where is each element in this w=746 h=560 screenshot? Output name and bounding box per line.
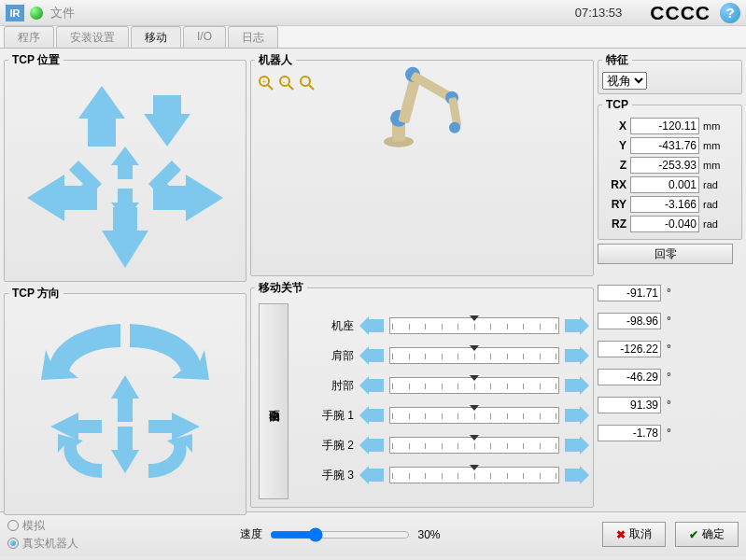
- joint-4-slider[interactable]: [389, 437, 559, 454]
- cancel-button[interactable]: ✖取消: [602, 522, 666, 547]
- speed-slider[interactable]: [270, 527, 410, 542]
- feature-title: 特征: [602, 52, 632, 68]
- speed-label: 速度: [240, 526, 262, 542]
- joint-5-plus-icon[interactable]: [565, 466, 589, 484]
- robot-3d-view[interactable]: [357, 30, 487, 163]
- tcp-RZ-input[interactable]: [630, 216, 699, 232]
- joint-1-slider[interactable]: [389, 347, 559, 364]
- tcp-X-unit: mm: [703, 120, 720, 132]
- real-radio[interactable]: 真实机器人: [7, 536, 78, 552]
- joint-0-label: 机座: [307, 318, 354, 334]
- tcp-RZ-unit: rad: [703, 218, 718, 230]
- cancel-icon: ✖: [616, 528, 626, 541]
- robot-view-title: 机器人: [255, 52, 296, 68]
- tab-io[interactable]: I/O: [183, 26, 226, 48]
- freedrive-button[interactable]: 自由驱动: [259, 303, 289, 499]
- joint-5-slider[interactable]: [389, 467, 559, 483]
- tcp-direction-panel: TCP 方向: [4, 286, 246, 515]
- rotate-lower-right-icon[interactable]: [148, 434, 192, 478]
- tcp-Z-input[interactable]: [630, 157, 699, 174]
- tcp-RX-input[interactable]: [630, 176, 699, 193]
- joint-0-slider[interactable]: [389, 317, 559, 334]
- zoom-in-icon[interactable]: +: [259, 76, 274, 91]
- svg-marker-20: [565, 346, 589, 365]
- joint-1-unit: °: [667, 315, 671, 328]
- joint-1-plus-icon[interactable]: [565, 346, 589, 365]
- feature-panel: 特征 视角: [598, 52, 742, 94]
- tcp-X-input[interactable]: [630, 118, 699, 134]
- tcp-RY-label: RY: [602, 198, 626, 211]
- joint-2-slider[interactable]: [389, 377, 559, 394]
- joint-5-value[interactable]: [598, 425, 661, 441]
- joint-3-value[interactable]: [598, 369, 661, 385]
- ok-button[interactable]: ✔确定: [675, 522, 739, 547]
- joint-4-plus-icon[interactable]: [565, 436, 589, 455]
- feature-select[interactable]: 视角: [602, 72, 647, 90]
- svg-marker-23: [359, 406, 384, 425]
- joint-0-plus-icon[interactable]: [565, 316, 589, 335]
- sim-label: 模拟: [22, 518, 45, 534]
- joint-2-label: 肘部: [307, 378, 354, 394]
- tcp-RY-input[interactable]: [630, 196, 699, 213]
- joint-1-minus-icon[interactable]: [359, 346, 384, 365]
- tcp-Y-input[interactable]: [630, 137, 699, 154]
- joint-3-label: 手腕 1: [307, 408, 354, 424]
- status-indicator-icon: [30, 7, 43, 20]
- svg-point-16: [449, 122, 460, 133]
- tab-installation[interactable]: 安装设置: [56, 26, 129, 48]
- tcp-RY-unit: rad: [703, 199, 718, 210]
- rotate-ccw-top-icon[interactable]: [130, 324, 209, 380]
- tcp-up-arrow-icon[interactable]: [78, 86, 125, 147]
- zoom-reset-icon[interactable]: [300, 76, 315, 91]
- joint-0-value[interactable]: [598, 285, 661, 301]
- home-button[interactable]: 回零: [598, 244, 733, 264]
- tcp-RZ-label: RZ: [602, 217, 626, 231]
- clock-display: 07:13:53: [575, 6, 623, 20]
- sim-radio[interactable]: 模拟: [7, 518, 78, 534]
- svg-text:-: -: [283, 77, 286, 86]
- tcp-Y-unit: mm: [703, 140, 720, 151]
- move-joints-title: 移动关节: [255, 280, 307, 296]
- svg-marker-27: [359, 466, 384, 484]
- svg-marker-26: [565, 436, 589, 455]
- joint-2-plus-icon[interactable]: [565, 376, 589, 395]
- tab-program[interactable]: 程序: [4, 26, 54, 48]
- svg-marker-28: [565, 466, 589, 484]
- joint-1-value[interactable]: [598, 313, 661, 329]
- zoom-out-icon[interactable]: -: [279, 76, 294, 91]
- joint-4-unit: °: [667, 399, 671, 412]
- help-icon[interactable]: ?: [720, 3, 740, 23]
- joint-4-minus-icon[interactable]: [359, 436, 384, 455]
- joint-2-value[interactable]: [598, 341, 661, 357]
- joint-4-label: 手腕 2: [307, 438, 354, 454]
- tab-move[interactable]: 移动: [131, 26, 181, 48]
- rotate-up-arrow-icon[interactable]: [111, 375, 139, 422]
- speed-value: 30%: [417, 528, 440, 541]
- svg-point-6: [301, 77, 310, 86]
- joint-3-unit: °: [667, 371, 671, 384]
- ok-icon: ✔: [689, 528, 698, 541]
- svg-text:+: +: [262, 77, 267, 86]
- joint-4-value[interactable]: [598, 397, 661, 413]
- joint-3-plus-icon[interactable]: [565, 406, 589, 425]
- tcp-center-up-arrow-icon[interactable]: [111, 147, 139, 179]
- file-menu[interactable]: 文件: [50, 5, 75, 21]
- joint-3-slider[interactable]: [389, 407, 559, 424]
- svg-line-7: [309, 85, 314, 90]
- joint-2-minus-icon[interactable]: [359, 376, 384, 395]
- svg-marker-22: [565, 376, 589, 395]
- rotate-down-arrow-icon[interactable]: [111, 427, 139, 473]
- tcp-zdown-arrow-icon[interactable]: [144, 95, 190, 147]
- tab-log[interactable]: 日志: [228, 26, 278, 48]
- joint-1-label: 肩部: [307, 348, 354, 364]
- joint-0-minus-icon[interactable]: [359, 316, 384, 335]
- rotate-lower-left-icon[interactable]: [58, 434, 102, 478]
- tcp-Y-label: Y: [602, 139, 626, 152]
- svg-marker-18: [565, 316, 589, 335]
- joint-3-minus-icon[interactable]: [359, 406, 384, 425]
- joint-5-minus-icon[interactable]: [359, 466, 384, 484]
- rotate-cw-top-icon[interactable]: [41, 324, 120, 380]
- tcp-RX-label: RX: [602, 178, 626, 191]
- svg-marker-17: [359, 316, 384, 335]
- svg-marker-25: [359, 436, 384, 455]
